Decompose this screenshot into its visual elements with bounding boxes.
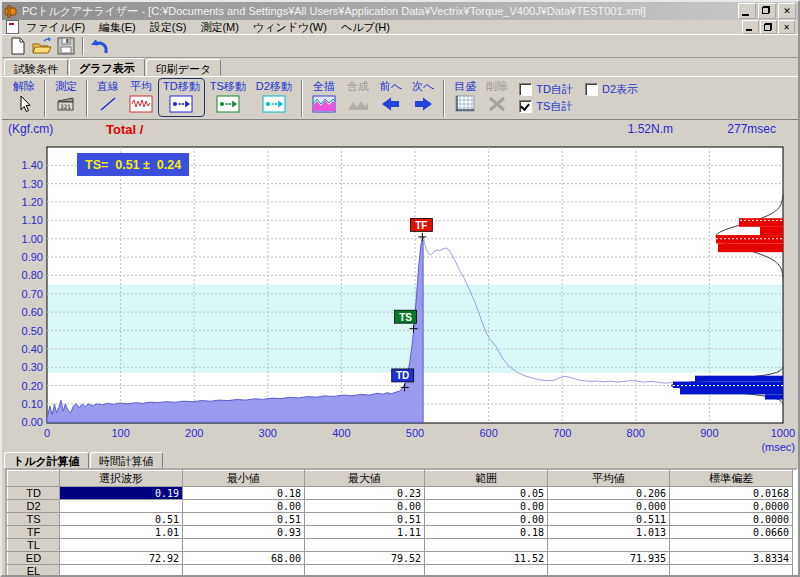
value-cell[interactable] bbox=[60, 565, 183, 577]
minimize-button[interactable] bbox=[738, 3, 756, 19]
row-label-header[interactable] bbox=[8, 471, 60, 487]
save-button[interactable] bbox=[54, 36, 78, 57]
menu-help[interactable]: ヘルプ(H) bbox=[334, 20, 397, 35]
tab-time-values[interactable]: 時間計算値 bbox=[90, 452, 163, 468]
previous-button[interactable]: 前へ bbox=[375, 78, 407, 117]
column-header[interactable]: 最小値 bbox=[183, 471, 305, 487]
row-label-ed[interactable]: ED bbox=[8, 552, 60, 565]
ts-move-button[interactable]: TS移動 bbox=[205, 78, 251, 117]
diagonal-line-icon bbox=[97, 93, 119, 115]
value-cell[interactable]: 0.18 bbox=[425, 526, 548, 539]
value-cell[interactable]: 0.00 bbox=[183, 500, 305, 513]
value-cell[interactable]: 0.00 bbox=[425, 513, 548, 526]
value-cell[interactable]: 0.0168 bbox=[670, 487, 793, 500]
value-cell[interactable]: 0.23 bbox=[305, 487, 425, 500]
scale-button[interactable]: 目盛 bbox=[449, 78, 481, 117]
value-cell[interactable]: 1.013 bbox=[548, 526, 670, 539]
measure-button[interactable]: 測定 321 bbox=[50, 78, 82, 117]
column-header[interactable]: 最大値 bbox=[305, 471, 425, 487]
row-label-el[interactable]: EL bbox=[8, 565, 60, 577]
td-auto-checkbox[interactable] bbox=[519, 83, 532, 96]
value-cell[interactable]: 0.05 bbox=[425, 487, 548, 500]
torque-chart[interactable]: TDTSTFTS= 0.51 ± 0.240.000.100.200.300.4… bbox=[2, 142, 800, 454]
value-cell[interactable]: 0.00 bbox=[425, 500, 548, 513]
menu-measure[interactable]: 測定(M) bbox=[193, 20, 246, 35]
value-cell[interactable] bbox=[183, 565, 305, 577]
ts-auto-checkbox[interactable] bbox=[519, 100, 532, 113]
row-label-tf[interactable]: TF bbox=[8, 526, 60, 539]
value-cell[interactable]: 0.51 bbox=[183, 513, 305, 526]
row-label-d2[interactable]: D2 bbox=[8, 500, 60, 513]
next-button[interactable]: 次へ bbox=[407, 78, 439, 117]
value-cell[interactable]: 72.92 bbox=[60, 552, 183, 565]
value-cell[interactable]: 1.11 bbox=[305, 526, 425, 539]
value-cell[interactable] bbox=[425, 539, 548, 552]
value-cell[interactable]: 68.00 bbox=[183, 552, 305, 565]
value-cell[interactable]: 0.00 bbox=[305, 500, 425, 513]
mdi-restore-button[interactable] bbox=[760, 20, 777, 34]
menu-settings[interactable]: 設定(S) bbox=[143, 20, 194, 35]
value-cell[interactable]: 0.51 bbox=[305, 513, 425, 526]
new-document-button[interactable] bbox=[6, 36, 30, 57]
restore-button[interactable] bbox=[758, 3, 776, 19]
value-cell[interactable]: 71.935 bbox=[548, 552, 670, 565]
column-header[interactable]: 標準偏差 bbox=[670, 471, 793, 487]
tab-test-conditions[interactable]: 試験条件 bbox=[4, 59, 68, 75]
value-cell[interactable] bbox=[548, 565, 670, 577]
peak-torque-value: 1.52N.m bbox=[628, 122, 673, 136]
value-cell[interactable] bbox=[670, 565, 793, 577]
value-cell[interactable] bbox=[60, 500, 183, 513]
value-cell[interactable]: 0.206 bbox=[548, 487, 670, 500]
value-cell[interactable]: 0.19 bbox=[60, 487, 183, 500]
d2-move-button[interactable]: D2移動 bbox=[251, 78, 297, 117]
value-cell[interactable]: 1.01 bbox=[60, 526, 183, 539]
draw-all-button[interactable]: 全描 bbox=[307, 78, 341, 117]
value-cell[interactable] bbox=[183, 539, 305, 552]
value-cell[interactable]: 0.0000 bbox=[670, 513, 793, 526]
value-cell[interactable]: 0.18 bbox=[183, 487, 305, 500]
close-button[interactable]: ✕ bbox=[778, 3, 796, 19]
mdi-close-button[interactable]: ✕ bbox=[778, 20, 795, 34]
mdi-minimize-button[interactable] bbox=[742, 20, 759, 34]
tab-graph-display[interactable]: グラフ表示 bbox=[69, 58, 145, 76]
release-button[interactable]: 解除 bbox=[8, 78, 40, 117]
move-marker-green-icon bbox=[216, 93, 240, 115]
value-cell[interactable]: 3.8334 bbox=[670, 552, 793, 565]
value-cell[interactable]: 0.000 bbox=[548, 500, 670, 513]
value-cell[interactable]: 11.52 bbox=[425, 552, 548, 565]
row-label-td[interactable]: TD bbox=[8, 487, 60, 500]
tab-torque-values[interactable]: トルク計算値 bbox=[4, 452, 89, 468]
value-cell[interactable]: 0.0000 bbox=[670, 500, 793, 513]
td-move-button[interactable]: TD移動 bbox=[158, 78, 205, 117]
value-cell[interactable] bbox=[670, 539, 793, 552]
undo-button[interactable] bbox=[88, 36, 112, 57]
value-cell[interactable] bbox=[305, 565, 425, 577]
menu-bar: ファイル(F) 編集(E) 設定(S) 測定(M) ウィンドウ(W) ヘルプ(H… bbox=[2, 20, 798, 35]
value-cell[interactable] bbox=[425, 565, 548, 577]
tab-print-data[interactable]: 印刷データ bbox=[146, 59, 222, 75]
column-header[interactable]: 範囲 bbox=[425, 471, 548, 487]
column-header[interactable]: 平均値 bbox=[548, 471, 670, 487]
menu-file[interactable]: ファイル(F) bbox=[19, 20, 92, 35]
row-label-ts[interactable]: TS bbox=[8, 513, 60, 526]
d2-display-checkbox[interactable] bbox=[585, 83, 598, 96]
average-button[interactable]: 平均 bbox=[124, 78, 158, 117]
value-cell[interactable]: 0.0660 bbox=[670, 526, 793, 539]
value-cell[interactable]: 0.93 bbox=[183, 526, 305, 539]
menu-edit[interactable]: 編集(E) bbox=[92, 20, 143, 35]
row-label-tl[interactable]: TL bbox=[8, 539, 60, 552]
menu-window[interactable]: ウィンドウ(W) bbox=[246, 20, 334, 35]
mdi-document-icon[interactable] bbox=[6, 20, 19, 34]
open-button[interactable] bbox=[30, 36, 54, 57]
close-icon: ✕ bbox=[783, 23, 790, 32]
column-header[interactable]: 選択波形 bbox=[60, 471, 183, 487]
value-cell[interactable] bbox=[305, 539, 425, 552]
title-bar[interactable]: PCトルクアナライザー - [C:¥Documents and Settings… bbox=[2, 2, 798, 20]
svg-text:TF: TF bbox=[415, 220, 427, 231]
value-cell[interactable] bbox=[548, 539, 670, 552]
value-cell[interactable] bbox=[60, 539, 183, 552]
value-cell[interactable]: 0.511 bbox=[548, 513, 670, 526]
straight-line-button[interactable]: 直線 bbox=[92, 78, 124, 117]
value-cell[interactable]: 0.51 bbox=[60, 513, 183, 526]
value-cell[interactable]: 79.52 bbox=[305, 552, 425, 565]
